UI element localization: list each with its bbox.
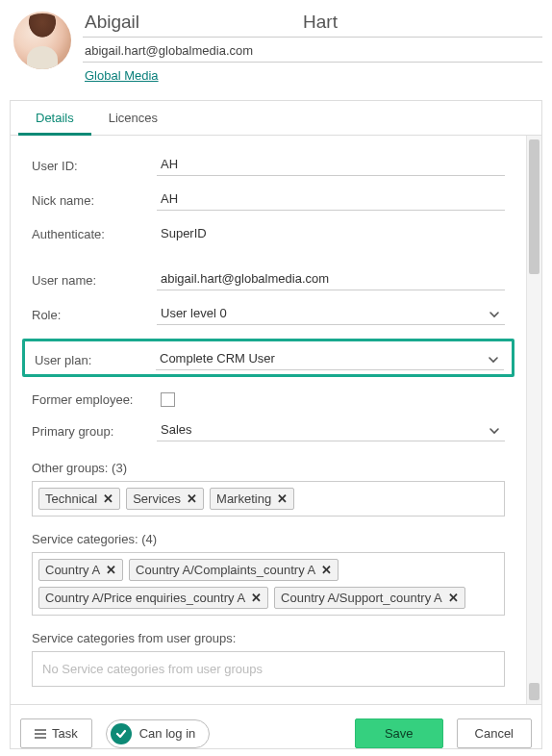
chip-label: Country A (45, 563, 100, 577)
user-plan-select[interactable]: Complete CRM User (156, 349, 504, 370)
scrollbar[interactable] (526, 136, 541, 704)
can-log-in-toggle[interactable]: Can log in (106, 719, 211, 748)
can-log-in-label: Can log in (139, 726, 196, 741)
chip-service-category: Country A/Support_country A✕ (274, 587, 465, 609)
chip-remove-icon[interactable]: ✕ (103, 491, 113, 506)
last-name[interactable]: Hart (303, 12, 338, 33)
tab-bar: Details Licences (11, 101, 541, 136)
avatar (13, 12, 71, 69)
chip-service-category: Country A✕ (38, 559, 123, 581)
chip-label: Country A/Support_country A (281, 591, 442, 605)
chip-label: Services (133, 491, 181, 506)
name-row: Abigail Hart (83, 12, 542, 38)
chip-remove-icon[interactable]: ✕ (251, 591, 262, 605)
first-name[interactable]: Abigail (85, 12, 139, 33)
scrollbar-thumb[interactable] (529, 139, 539, 274)
chip-remove-icon[interactable]: ✕ (106, 563, 116, 577)
former-employee-checkbox[interactable] (161, 392, 175, 407)
user-name-input[interactable]: abigail.hart@globalmedia.com (157, 269, 505, 290)
former-employee-label: Former employee: (32, 392, 157, 407)
chip-other-group: Marketing✕ (210, 488, 294, 510)
chip-remove-icon[interactable]: ✕ (321, 563, 332, 577)
tab-licences[interactable]: Licences (91, 101, 175, 135)
primary-group-label: Primary group: (32, 424, 157, 439)
nick-name-label: Nick name: (32, 193, 157, 208)
user-id-label: User ID: (32, 159, 157, 173)
chip-remove-icon[interactable]: ✕ (448, 591, 459, 605)
user-id-input[interactable]: AH (157, 155, 505, 176)
chip-label: Country A/Complaints_country A (136, 563, 315, 577)
check-icon (111, 723, 132, 744)
chip-label: Technical (45, 491, 97, 506)
chip-other-group: Technical✕ (38, 488, 120, 510)
chip-remove-icon[interactable]: ✕ (277, 491, 288, 506)
user-name-label: User name: (32, 273, 157, 288)
other-groups-label: Other groups: (3) (32, 461, 505, 475)
user-header: Abigail Hart abigail.hart@globalmedia.co… (10, 8, 542, 92)
authenticate-label: Authenticate: (32, 227, 157, 241)
scrollbar-thumb[interactable] (529, 683, 539, 700)
chip-other-group: Services✕ (126, 488, 204, 510)
chip-service-category: Country A/Complaints_country A✕ (129, 559, 339, 581)
authenticate-value: SuperID (157, 224, 505, 244)
service-categories-from-groups-label: Service categories from user groups: (32, 631, 505, 645)
hamburger-icon (35, 729, 46, 739)
role-select[interactable]: User level 0 (157, 304, 505, 325)
task-button-label: Task (52, 726, 78, 741)
service-categories-from-groups-box: No Service categories from user groups (32, 651, 505, 687)
user-plan-highlight: User plan: Complete CRM User (22, 339, 514, 377)
role-label: Role: (32, 308, 157, 322)
user-plan-label: User plan: (33, 353, 156, 367)
primary-group-select[interactable]: Sales (157, 420, 505, 441)
service-categories-box[interactable]: Country A✕ Country A/Complaints_country … (32, 552, 505, 616)
footer-bar: Task Can log in Save Cancel (11, 704, 541, 748)
nick-name-input[interactable]: AH (157, 189, 505, 211)
other-groups-box[interactable]: Technical✕ Services✕ Marketing✕ (32, 481, 505, 517)
chip-service-category: Country A/Price enquiries_country A✕ (38, 587, 268, 609)
company-link[interactable]: Global Media (85, 68, 159, 83)
email-row[interactable]: abigail.hart@globalmedia.com (83, 38, 542, 63)
tab-details[interactable]: Details (18, 101, 91, 136)
chip-label: Country A/Price enquiries_country A (45, 591, 245, 605)
save-button[interactable]: Save (355, 718, 443, 748)
chip-remove-icon[interactable]: ✕ (187, 491, 197, 506)
form-body: User ID: AH Nick name: AH Authenticate: … (11, 136, 526, 704)
chip-label: Marketing (216, 491, 271, 506)
cancel-button[interactable]: Cancel (457, 718, 532, 748)
details-panel: Details Licences User ID: AH Nick name: … (10, 100, 542, 749)
task-button[interactable]: Task (20, 718, 92, 748)
service-categories-label: Service categories: (4) (32, 532, 505, 546)
